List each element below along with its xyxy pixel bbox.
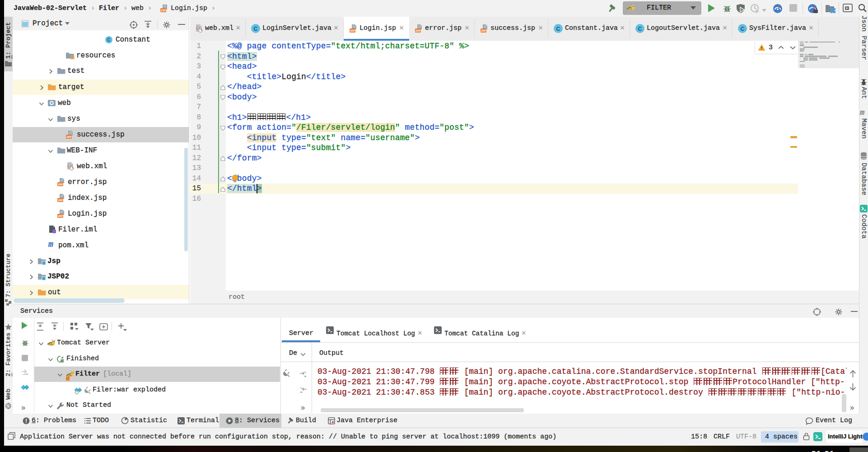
svg-text:JSP: JSP [415, 29, 421, 32]
svg-text:JSP: JSP [481, 29, 486, 32]
svg-text:C: C [253, 26, 257, 32]
svg-text:JSP: JSP [66, 135, 72, 138]
svg-text:JSP: JSP [58, 198, 63, 202]
svg-text:JSP: JSP [161, 9, 166, 12]
svg-text:C: C [556, 26, 560, 32]
svg-text:C: C [638, 26, 642, 32]
svg-text:JSP: JSP [58, 183, 63, 186]
svg-text:C: C [740, 26, 744, 32]
svg-text:JSP: JSP [58, 214, 63, 217]
svg-text:JSP: JSP [350, 29, 355, 32]
svg-text:C: C [107, 37, 111, 42]
